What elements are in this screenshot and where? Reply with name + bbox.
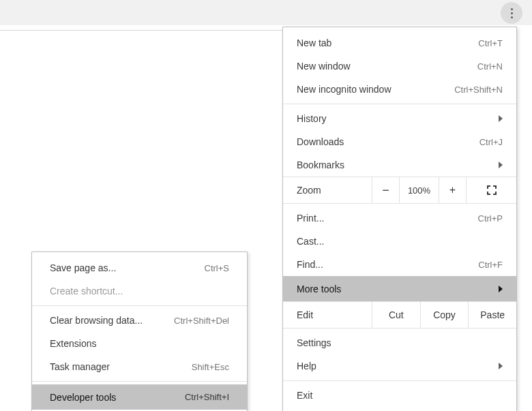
menu-item-new-tab[interactable]: New tab Ctrl+T [283, 31, 516, 55]
submenu-item-task-manager[interactable]: Task manager Shift+Esc [32, 355, 247, 378]
edit-cut-button[interactable]: Cut [372, 302, 420, 328]
label: Cast... [297, 236, 503, 247]
shortcut: Ctrl+P [478, 213, 503, 224]
menu-item-downloads[interactable]: Downloads Ctrl+J [283, 130, 516, 153]
shortcut: Ctrl+S [205, 263, 229, 273]
menu-item-find[interactable]: Find... Ctrl+F [283, 253, 516, 276]
shortcut: Ctrl+F [478, 260, 503, 270]
main-menu: New tab Ctrl+T New window Ctrl+N New inc… [282, 27, 517, 411]
zoom-out-button[interactable]: − [372, 177, 399, 203]
shortcut: Ctrl+Shift+I [185, 392, 229, 402]
menu-item-edit: Edit Cut Copy Paste [283, 301, 516, 329]
fullscreen-button[interactable] [466, 177, 516, 203]
zoom-in-button[interactable]: + [439, 177, 466, 203]
shortcut: Ctrl+N [477, 61, 503, 72]
shortcut: Ctrl+T [478, 38, 503, 48]
shortcut: Ctrl+J [479, 137, 503, 147]
menu-item-bookmarks[interactable]: Bookmarks [283, 153, 516, 177]
label: Extensions [50, 338, 229, 349]
label: New tab [297, 37, 478, 48]
separator [32, 381, 247, 382]
separator [283, 104, 516, 104]
menu-item-history[interactable]: History [283, 107, 516, 130]
label: Task manager [50, 361, 192, 372]
label: More tools [297, 284, 499, 294]
menu-item-new-incognito-window[interactable]: New incognito window Ctrl+Shift+N [283, 78, 516, 101]
more-tools-submenu: Save page as... Ctrl+S Create shortcut..… [31, 252, 248, 411]
label: Create shortcut... [50, 286, 229, 296]
shortcut: Shift+Esc [192, 362, 229, 372]
submenu-item-extensions[interactable]: Extensions [32, 332, 247, 355]
label: Clear browsing data... [50, 315, 174, 326]
submenu-arrow-icon [499, 363, 503, 369]
menu-item-settings[interactable]: Settings [283, 331, 516, 354]
label: New incognito window [297, 84, 454, 95]
menu-item-print[interactable]: Print... Ctrl+P [283, 207, 516, 230]
label: Exit [297, 390, 503, 401]
menu-button-kebab-icon[interactable] [501, 2, 522, 24]
separator [283, 380, 516, 381]
menu-item-help[interactable]: Help [283, 354, 516, 378]
submenu-arrow-icon [499, 115, 503, 122]
label: Bookmarks [297, 159, 499, 170]
edit-paste-button[interactable]: Paste [468, 302, 516, 328]
label: Find... [297, 259, 478, 270]
menu-item-zoom: Zoom − 100% + [283, 177, 516, 204]
submenu-item-developer-tools[interactable]: Developer tools Ctrl+Shift+I [32, 384, 247, 410]
label: Save page as... [50, 262, 205, 273]
label: Developer tools [50, 392, 185, 403]
submenu-arrow-icon [499, 286, 503, 292]
fullscreen-icon [487, 185, 497, 195]
menu-item-cast[interactable]: Cast... [283, 230, 516, 253]
label: Settings [297, 337, 503, 348]
menu-item-new-window[interactable]: New window Ctrl+N [283, 55, 516, 78]
edit-label: Edit [283, 309, 372, 320]
submenu-item-create-shortcut: Create shortcut... [32, 279, 247, 303]
edit-copy-button[interactable]: Copy [420, 302, 469, 328]
shortcut: Ctrl+Shift+Del [174, 316, 229, 326]
submenu-item-clear-browsing-data[interactable]: Clear browsing data... Ctrl+Shift+Del [32, 309, 247, 332]
separator [32, 305, 247, 306]
menu-item-more-tools[interactable]: More tools [283, 276, 516, 301]
shortcut: Ctrl+Shift+N [454, 85, 503, 95]
label: New window [297, 61, 477, 72]
submenu-arrow-icon [499, 162, 503, 168]
label: Downloads [297, 136, 479, 147]
menu-item-exit[interactable]: Exit [283, 384, 516, 407]
zoom-value: 100% [399, 177, 439, 203]
browser-toolbar [0, 0, 532, 25]
zoom-label: Zoom [283, 185, 372, 196]
label: Print... [297, 213, 478, 224]
submenu-item-save-page-as[interactable]: Save page as... Ctrl+S [32, 256, 247, 279]
label: Help [297, 361, 499, 371]
divider [0, 30, 283, 31]
label: History [297, 113, 499, 124]
